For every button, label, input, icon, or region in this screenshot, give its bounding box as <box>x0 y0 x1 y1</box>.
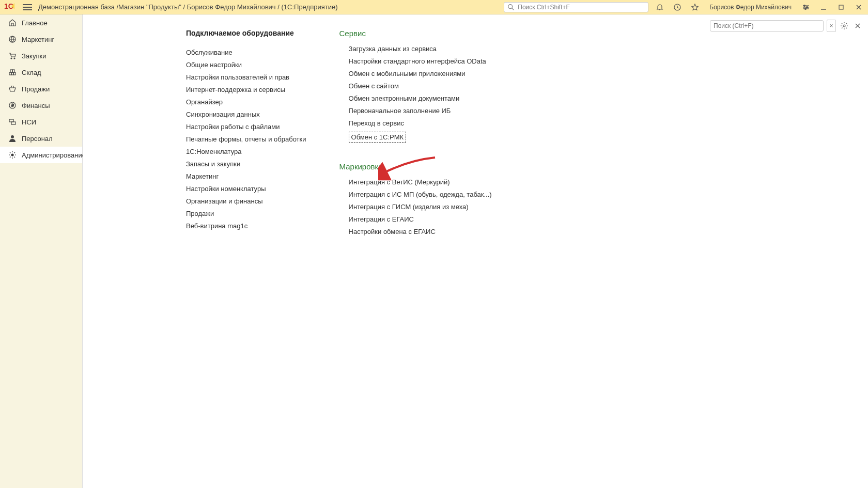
sidebar-item-main[interactable]: Главное <box>0 14 82 31</box>
maximize-icon[interactable] <box>836 2 846 12</box>
svg-rect-24 <box>9 119 13 122</box>
person-icon <box>8 134 17 143</box>
bell-icon[interactable] <box>655 2 665 12</box>
warehouse-icon <box>8 68 17 76</box>
app-logo-icon: 1С <box>4 2 17 12</box>
settings-link[interactable]: Интернет-поддержка и сервисы <box>186 86 306 93</box>
close-icon[interactable] <box>854 2 864 12</box>
svg-rect-17 <box>9 72 11 75</box>
star-icon[interactable] <box>690 2 700 12</box>
sidebar-item-finance[interactable]: ₽ Финансы <box>0 97 82 114</box>
main-layout: Главное Маркетинг Закупки Склад Продажи … <box>0 14 868 488</box>
settings-link[interactable]: Настройки пользователей и прав <box>186 73 306 81</box>
folders-icon <box>8 118 17 126</box>
settings-link[interactable]: Интеграция с ЕГАИС <box>349 215 492 223</box>
settings-link[interactable]: Обмен электронными документами <box>349 95 492 102</box>
settings-link[interactable]: Веб-витрина mag1c <box>186 222 306 230</box>
settings-link[interactable]: Обмен с мобильными приложениями <box>349 70 492 77</box>
sidebar-item-nsi[interactable]: НСИ <box>0 114 82 130</box>
settings-icon[interactable] <box>839 21 849 31</box>
main-menu-icon[interactable] <box>23 3 32 12</box>
svg-point-1 <box>508 4 513 8</box>
svg-point-15 <box>11 58 12 59</box>
svg-point-7 <box>804 5 805 6</box>
settings-link[interactable]: Настройки стандартного интерфейса OData <box>349 57 492 65</box>
settings-link[interactable]: Общие настройки <box>186 61 306 69</box>
content-area: × Подключаемое оборудование Обслуживание… <box>83 14 868 488</box>
settings-link[interactable]: Интеграция с ИС МП (обувь, одежда, табак… <box>349 191 492 198</box>
sidebar-item-personnel[interactable]: Персонал <box>0 130 82 147</box>
settings-link[interactable]: Запасы и закупки <box>186 160 306 168</box>
header-toolbar: Борисов Федор Михайлович <box>655 2 864 12</box>
settings-link[interactable]: 1С:Номенклатура <box>186 148 306 155</box>
sidebar-item-sales[interactable]: Продажи <box>0 81 82 97</box>
svg-point-28 <box>843 25 845 27</box>
sidebar-item-label: Продажи <box>22 85 50 93</box>
settings-link[interactable]: Органайзер <box>186 98 306 106</box>
sidebar-item-marketing[interactable]: Маркетинг <box>0 31 82 48</box>
svg-point-16 <box>14 58 15 59</box>
svg-point-8 <box>807 6 808 8</box>
svg-text:₽: ₽ <box>11 103 14 108</box>
close-panel-icon[interactable] <box>853 21 863 31</box>
sidebar-item-label: Закупки <box>22 52 46 60</box>
sidebar-item-label: Главное <box>22 19 48 27</box>
settings-link[interactable]: Интеграция с ГИСМ (изделия из меха) <box>349 203 492 211</box>
settings-link[interactable]: Обмен с 1С:РМК <box>349 132 407 143</box>
settings-link[interactable]: Переход в сервис <box>349 119 492 127</box>
header-user-label[interactable]: Борисов Федор Михайлович <box>709 4 792 11</box>
svg-rect-19 <box>13 72 16 75</box>
settings-link[interactable]: Синхронизация данных <box>186 111 306 118</box>
settings-link[interactable]: Обмен с сайтом <box>349 82 492 90</box>
gear-icon <box>8 151 17 159</box>
svg-rect-11 <box>839 5 843 9</box>
cart-icon <box>8 52 17 60</box>
sidebar-item-label: НСИ <box>22 118 36 126</box>
svg-rect-20 <box>10 70 12 72</box>
group-heading-service[interactable]: Сервис <box>339 29 492 38</box>
ruble-icon: ₽ <box>8 101 17 109</box>
sidebar-item-label: Маркетинг <box>22 36 54 43</box>
sidebar-item-purchases[interactable]: Закупки <box>0 48 82 64</box>
sidebar-item-label: Администрирование <box>22 151 86 159</box>
settings-link[interactable]: Настройки обмена с ЕГАИС <box>349 228 492 235</box>
settings-left-column: Подключаемое оборудование ОбслуживаниеОб… <box>186 29 306 255</box>
clear-search-button[interactable]: × <box>827 20 836 32</box>
history-icon[interactable] <box>672 2 683 12</box>
svg-line-2 <box>512 8 514 10</box>
settings-link[interactable]: Интеграция с ВетИС (Меркурий) <box>349 178 492 186</box>
sidebar: Главное Маркетинг Закупки Склад Продажи … <box>0 14 83 488</box>
settings-link[interactable]: Загрузка данных из сервиса <box>349 45 492 53</box>
settings-link[interactable]: Настройки работы с файлами <box>186 123 306 131</box>
settings-link[interactable]: Продажи <box>186 210 306 217</box>
settings-dropdown-icon[interactable] <box>801 2 811 12</box>
content-toolbar: × <box>710 20 863 32</box>
svg-point-27 <box>11 154 13 156</box>
basket-icon <box>8 85 17 93</box>
settings-link[interactable]: Организации и финансы <box>186 197 306 205</box>
sidebar-item-warehouse[interactable]: Склад <box>0 64 82 81</box>
settings-link[interactable]: Маркетинг <box>186 172 306 180</box>
sidebar-item-label: Персонал <box>22 135 53 143</box>
content-search[interactable] <box>710 20 824 32</box>
home-icon <box>8 19 17 27</box>
settings-link[interactable]: Обслуживание <box>186 49 306 56</box>
sidebar-item-admin[interactable]: Администрирование <box>0 147 82 163</box>
svg-rect-25 <box>11 122 16 124</box>
global-search[interactable] <box>504 2 648 12</box>
svg-rect-18 <box>11 72 13 75</box>
settings-link[interactable]: Первоначальное заполнение ИБ <box>349 107 492 115</box>
sidebar-item-label: Финансы <box>22 102 50 109</box>
marketing-icon <box>8 35 17 43</box>
settings-link[interactable]: Печатные формы, отчеты и обработки <box>186 135 306 143</box>
app-title: Демонстрационная база /Магазин "Продукты… <box>38 3 504 11</box>
search-icon <box>507 4 515 11</box>
svg-point-9 <box>805 8 807 9</box>
app-header: 1С Демонстрационная база /Магазин "Проду… <box>0 0 868 14</box>
settings-link[interactable]: Настройки номенклатуры <box>186 185 306 193</box>
content-search-input[interactable] <box>714 22 820 29</box>
minimize-icon[interactable] <box>818 2 829 12</box>
left-column-heading[interactable]: Подключаемое оборудование <box>186 29 306 37</box>
global-search-input[interactable] <box>518 4 645 11</box>
group-heading-marking[interactable]: Маркировка <box>339 162 492 171</box>
